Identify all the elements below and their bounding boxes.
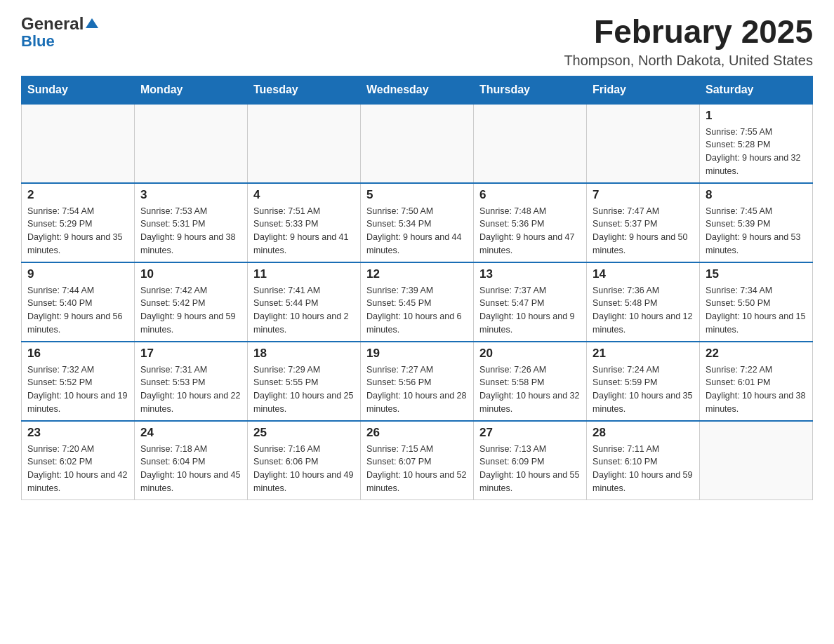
day-info: Sunrise: 7:41 AM Sunset: 5:44 PM Dayligh…	[253, 284, 355, 337]
calendar-cell: 3Sunrise: 7:53 AM Sunset: 5:31 PM Daylig…	[135, 183, 248, 262]
day-header-wednesday: Wednesday	[361, 76, 474, 104]
logo-blue-text: Blue	[21, 34, 55, 49]
day-number: 3	[140, 188, 241, 202]
day-number: 17	[140, 347, 241, 361]
month-title: February 2025	[564, 14, 813, 50]
day-header-sunday: Sunday	[22, 76, 135, 104]
calendar-cell: 2Sunrise: 7:54 AM Sunset: 5:29 PM Daylig…	[22, 183, 135, 262]
calendar-cell	[22, 104, 135, 183]
title-section: February 2025 Thompson, North Dakota, Un…	[564, 14, 813, 69]
calendar-cell: 11Sunrise: 7:41 AM Sunset: 5:44 PM Dayli…	[248, 262, 361, 342]
day-number: 13	[479, 267, 581, 281]
day-number: 10	[140, 267, 241, 281]
day-number: 22	[706, 347, 807, 361]
calendar-cell: 27Sunrise: 7:13 AM Sunset: 6:09 PM Dayli…	[474, 421, 587, 500]
day-header-saturday: Saturday	[700, 76, 813, 104]
day-info: Sunrise: 7:45 AM Sunset: 5:39 PM Dayligh…	[706, 205, 807, 257]
calendar-table: SundayMondayTuesdayWednesdayThursdayFrid…	[21, 76, 813, 500]
location-title: Thompson, North Dakota, United States	[564, 53, 813, 69]
day-info: Sunrise: 7:42 AM Sunset: 5:42 PM Dayligh…	[140, 284, 241, 337]
day-number: 14	[593, 267, 694, 281]
day-number: 25	[253, 426, 355, 440]
calendar-cell: 21Sunrise: 7:24 AM Sunset: 5:59 PM Dayli…	[587, 342, 700, 421]
day-info: Sunrise: 7:26 AM Sunset: 5:58 PM Dayligh…	[479, 363, 581, 416]
day-info: Sunrise: 7:13 AM Sunset: 6:09 PM Dayligh…	[479, 443, 581, 495]
day-info: Sunrise: 7:36 AM Sunset: 5:48 PM Dayligh…	[593, 284, 694, 337]
day-info: Sunrise: 7:20 AM Sunset: 6:02 PM Dayligh…	[27, 443, 128, 495]
calendar-cell: 19Sunrise: 7:27 AM Sunset: 5:56 PM Dayli…	[361, 342, 474, 421]
day-number: 19	[366, 347, 468, 361]
day-info: Sunrise: 7:34 AM Sunset: 5:50 PM Dayligh…	[706, 284, 807, 337]
calendar-cell	[135, 104, 248, 183]
calendar-cell: 24Sunrise: 7:18 AM Sunset: 6:04 PM Dayli…	[135, 421, 248, 500]
logo-general-text: General	[21, 14, 84, 34]
calendar-cell	[474, 104, 587, 183]
day-info: Sunrise: 7:51 AM Sunset: 5:33 PM Dayligh…	[253, 205, 355, 257]
day-info: Sunrise: 7:27 AM Sunset: 5:56 PM Dayligh…	[366, 363, 468, 416]
day-info: Sunrise: 7:24 AM Sunset: 5:59 PM Dayligh…	[593, 363, 694, 416]
day-number: 24	[140, 426, 241, 440]
calendar-cell: 9Sunrise: 7:44 AM Sunset: 5:40 PM Daylig…	[22, 262, 135, 342]
calendar-cell	[248, 104, 361, 183]
day-info: Sunrise: 7:11 AM Sunset: 6:10 PM Dayligh…	[593, 443, 694, 495]
calendar-cell: 4Sunrise: 7:51 AM Sunset: 5:33 PM Daylig…	[248, 183, 361, 262]
calendar-cell: 13Sunrise: 7:37 AM Sunset: 5:47 PM Dayli…	[474, 262, 587, 342]
day-number: 5	[366, 188, 468, 202]
calendar-cell: 22Sunrise: 7:22 AM Sunset: 6:01 PM Dayli…	[700, 342, 813, 421]
day-info: Sunrise: 7:50 AM Sunset: 5:34 PM Dayligh…	[366, 205, 468, 257]
day-number: 8	[706, 188, 807, 202]
day-number: 18	[253, 347, 355, 361]
page-header: General Blue February 2025 Thompson, Nor…	[21, 14, 813, 69]
day-info: Sunrise: 7:53 AM Sunset: 5:31 PM Dayligh…	[140, 205, 241, 257]
day-header-friday: Friday	[587, 76, 700, 104]
day-number: 16	[27, 347, 128, 361]
day-info: Sunrise: 7:37 AM Sunset: 5:47 PM Dayligh…	[479, 284, 581, 337]
day-info: Sunrise: 7:48 AM Sunset: 5:36 PM Dayligh…	[479, 205, 581, 257]
day-info: Sunrise: 7:39 AM Sunset: 5:45 PM Dayligh…	[366, 284, 468, 337]
day-info: Sunrise: 7:15 AM Sunset: 6:07 PM Dayligh…	[366, 443, 468, 495]
calendar-cell: 10Sunrise: 7:42 AM Sunset: 5:42 PM Dayli…	[135, 262, 248, 342]
day-number: 11	[253, 267, 355, 281]
calendar-cell: 14Sunrise: 7:36 AM Sunset: 5:48 PM Dayli…	[587, 262, 700, 342]
day-number: 1	[706, 109, 807, 123]
calendar-cell: 17Sunrise: 7:31 AM Sunset: 5:53 PM Dayli…	[135, 342, 248, 421]
calendar-cell: 1Sunrise: 7:55 AM Sunset: 5:28 PM Daylig…	[700, 104, 813, 183]
day-number: 21	[593, 347, 694, 361]
calendar-week-row: 16Sunrise: 7:32 AM Sunset: 5:52 PM Dayli…	[22, 342, 813, 421]
day-info: Sunrise: 7:32 AM Sunset: 5:52 PM Dayligh…	[27, 363, 128, 416]
day-number: 2	[27, 188, 128, 202]
day-number: 20	[479, 347, 581, 361]
calendar-cell: 26Sunrise: 7:15 AM Sunset: 6:07 PM Dayli…	[361, 421, 474, 500]
calendar-cell: 20Sunrise: 7:26 AM Sunset: 5:58 PM Dayli…	[474, 342, 587, 421]
day-number: 26	[366, 426, 468, 440]
day-info: Sunrise: 7:22 AM Sunset: 6:01 PM Dayligh…	[706, 363, 807, 416]
day-number: 7	[593, 188, 694, 202]
day-info: Sunrise: 7:31 AM Sunset: 5:53 PM Dayligh…	[140, 363, 241, 416]
day-info: Sunrise: 7:29 AM Sunset: 5:55 PM Dayligh…	[253, 363, 355, 416]
calendar-cell: 16Sunrise: 7:32 AM Sunset: 5:52 PM Dayli…	[22, 342, 135, 421]
day-info: Sunrise: 7:55 AM Sunset: 5:28 PM Dayligh…	[706, 126, 807, 178]
calendar-cell	[700, 421, 813, 500]
day-number: 4	[253, 188, 355, 202]
day-info: Sunrise: 7:44 AM Sunset: 5:40 PM Dayligh…	[27, 284, 128, 337]
calendar-cell: 18Sunrise: 7:29 AM Sunset: 5:55 PM Dayli…	[248, 342, 361, 421]
calendar-week-row: 2Sunrise: 7:54 AM Sunset: 5:29 PM Daylig…	[22, 183, 813, 262]
logo: General Blue	[21, 14, 98, 49]
calendar-cell: 5Sunrise: 7:50 AM Sunset: 5:34 PM Daylig…	[361, 183, 474, 262]
calendar-header-row: SundayMondayTuesdayWednesdayThursdayFrid…	[22, 76, 813, 104]
day-info: Sunrise: 7:54 AM Sunset: 5:29 PM Dayligh…	[27, 205, 128, 257]
day-number: 23	[27, 426, 128, 440]
calendar-week-row: 23Sunrise: 7:20 AM Sunset: 6:02 PM Dayli…	[22, 421, 813, 500]
day-info: Sunrise: 7:18 AM Sunset: 6:04 PM Dayligh…	[140, 443, 241, 495]
calendar-cell: 28Sunrise: 7:11 AM Sunset: 6:10 PM Dayli…	[587, 421, 700, 500]
calendar-cell: 6Sunrise: 7:48 AM Sunset: 5:36 PM Daylig…	[474, 183, 587, 262]
calendar-cell: 15Sunrise: 7:34 AM Sunset: 5:50 PM Dayli…	[700, 262, 813, 342]
day-header-tuesday: Tuesday	[248, 76, 361, 104]
day-header-thursday: Thursday	[474, 76, 587, 104]
day-number: 27	[479, 426, 581, 440]
day-number: 15	[706, 267, 807, 281]
calendar-cell: 25Sunrise: 7:16 AM Sunset: 6:06 PM Dayli…	[248, 421, 361, 500]
calendar-cell: 23Sunrise: 7:20 AM Sunset: 6:02 PM Dayli…	[22, 421, 135, 500]
day-info: Sunrise: 7:47 AM Sunset: 5:37 PM Dayligh…	[593, 205, 694, 257]
day-info: Sunrise: 7:16 AM Sunset: 6:06 PM Dayligh…	[253, 443, 355, 495]
